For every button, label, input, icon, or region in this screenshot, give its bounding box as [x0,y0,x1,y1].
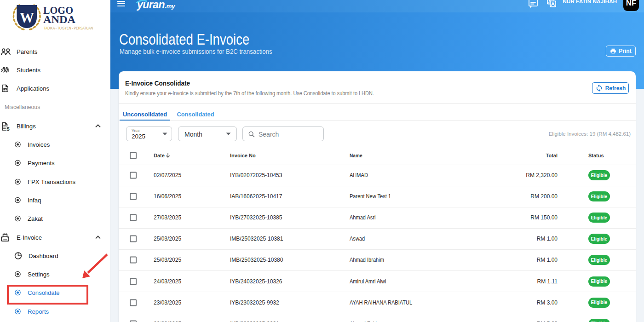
svg-text:ANDA: ANDA [43,14,75,25]
svg-text:W: W [20,10,34,26]
svg-text:TADIKA - TUISYEN - PERSATUAN: TADIKA - TUISYEN - PERSATUAN [44,26,93,30]
svg-text:$: $ [7,126,10,131]
